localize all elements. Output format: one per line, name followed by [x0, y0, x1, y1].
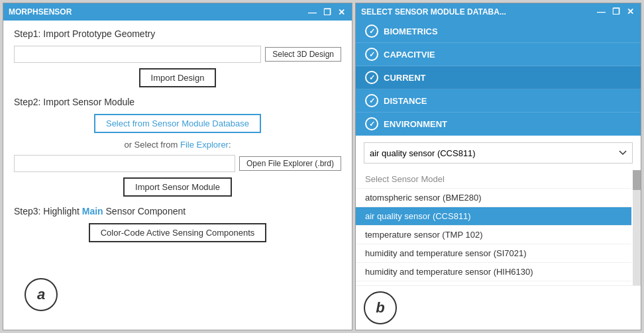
- maximize-btn-left[interactable]: ❐: [322, 8, 333, 17]
- category-label-distance: DISTANCE: [384, 96, 427, 106]
- left-window-controls: — ❐ ✕: [307, 8, 347, 17]
- bottom-row: b: [356, 285, 641, 330]
- step1-input-row: Select 3D Design: [14, 46, 341, 63]
- or-text: or Select from File Explorer:: [14, 140, 341, 150]
- import-sensor-module-button[interactable]: Import Sensor Module: [123, 177, 232, 197]
- list-item-ccs811[interactable]: air quality sensor (CCS811): [356, 207, 631, 226]
- category-item-capacitive[interactable]: ✓ CAPACITVIE: [356, 43, 641, 66]
- step3-title: Step3: Highlight Main Sensor Component: [14, 206, 341, 216]
- select-from-db-button[interactable]: Select from Sensor Module Database: [94, 114, 261, 133]
- step2-title: Step2: Import Sensor Module: [14, 97, 341, 107]
- select-3d-design-button[interactable]: Select 3D Design: [265, 47, 341, 62]
- category-label-biometrics: BIOMETRICS: [384, 26, 438, 36]
- chevron-capacitive-icon: ✓: [365, 48, 378, 61]
- category-item-environment[interactable]: ✓ ENVIRONMENT: [356, 113, 641, 136]
- list-item-hih6130[interactable]: humidity and temperature sensor (HIH6130…: [356, 263, 631, 281]
- left-window-title: MORPHSENSOR: [9, 7, 72, 17]
- scrollbar-thumb[interactable]: [633, 170, 641, 190]
- chevron-current-icon: ✓: [365, 71, 378, 84]
- category-item-distance[interactable]: ✓ DISTANCE: [356, 89, 641, 113]
- right-window-controls: — ❐ ✕: [596, 7, 635, 16]
- category-item-biometrics[interactable]: ✓ BIOMETRICS: [356, 20, 641, 43]
- list-item-placeholder[interactable]: Select Sensor Model: [356, 170, 631, 189]
- minimize-btn-right[interactable]: —: [596, 7, 607, 16]
- step3-highlight: Main: [82, 206, 103, 216]
- category-label-environment: ENVIRONMENT: [384, 119, 447, 129]
- import-design-button[interactable]: Import Design: [139, 68, 217, 87]
- step2-input-row: Open File Explorer (.brd): [14, 155, 341, 172]
- chevron-environment-icon: ✓: [365, 117, 378, 130]
- right-window: SELECT SENSOR MODULE DATABA... — ❐ ✕ ✓ B…: [355, 3, 641, 330]
- list-item-tmp102[interactable]: temperature sensor (TMP 102): [356, 226, 631, 244]
- minimize-btn-left[interactable]: —: [307, 8, 318, 17]
- circle-label-b: b: [364, 291, 397, 324]
- close-btn-left[interactable]: ✕: [337, 8, 347, 17]
- list-item-bme280[interactable]: atomspheric sensor (BME280): [356, 189, 631, 207]
- scrollbar-track: [633, 170, 641, 285]
- step1-file-input[interactable]: [14, 46, 261, 63]
- left-window: MORPHSENSOR — ❐ ✕ Step1: Import Prototyp…: [3, 3, 352, 330]
- open-file-explorer-button[interactable]: Open File Explorer (.brd): [239, 156, 341, 171]
- maximize-btn-right[interactable]: ❐: [611, 7, 621, 16]
- right-title-bar: SELECT SENSOR MODULE DATABA... — ❐ ✕: [356, 3, 641, 20]
- chevron-biometrics-icon: ✓: [365, 24, 378, 38]
- right-window-body: ✓ BIOMETRICS ✓ CAPACITVIE ✓ CURRENT ✓ DI…: [356, 20, 641, 330]
- left-window-body: Step1: Import Prototype Geometry Select …: [3, 21, 352, 330]
- list-item-si7021[interactable]: humidity and temperature sensor (SI7021): [356, 244, 631, 263]
- category-label-current: CURRENT: [384, 73, 426, 83]
- file-explorer-link[interactable]: File Explorer: [180, 140, 229, 150]
- left-body-inner: Step1: Import Prototype Geometry Select …: [14, 28, 341, 322]
- dropdown-list-inner: Select Sensor Model atomspheric sensor (…: [356, 170, 631, 281]
- step1-title: Step1: Import Prototype Geometry: [14, 28, 341, 39]
- category-list: ✓ BIOMETRICS ✓ CAPACITVIE ✓ CURRENT ✓ DI…: [356, 20, 641, 136]
- step2-section: Step2: Import Sensor Module Select from …: [14, 97, 341, 197]
- dropdown-section: Select Sensor Model atomspheric sensor (…: [356, 136, 641, 170]
- step2-file-input[interactable]: [14, 155, 235, 172]
- close-btn-right[interactable]: ✕: [625, 7, 635, 16]
- step3-section: Step3: Highlight Main Sensor Component C…: [14, 206, 341, 242]
- category-label-capacitive: CAPACITVIE: [384, 50, 435, 60]
- right-window-title: SELECT SENSOR MODULE DATABA...: [361, 7, 506, 17]
- color-code-button[interactable]: Color-Code Active Sensing Components: [89, 223, 267, 242]
- chevron-distance-icon: ✓: [365, 94, 378, 107]
- category-item-current[interactable]: ✓ CURRENT: [356, 66, 641, 89]
- circle-label-a: a: [25, 278, 58, 311]
- step1-section: Step1: Import Prototype Geometry Select …: [14, 28, 341, 87]
- sensor-model-dropdown[interactable]: Select Sensor Model atomspheric sensor (…: [364, 142, 633, 164]
- left-title-bar: MORPHSENSOR — ❐ ✕: [3, 3, 352, 21]
- dropdown-list: Select Sensor Model atomspheric sensor (…: [356, 170, 641, 285]
